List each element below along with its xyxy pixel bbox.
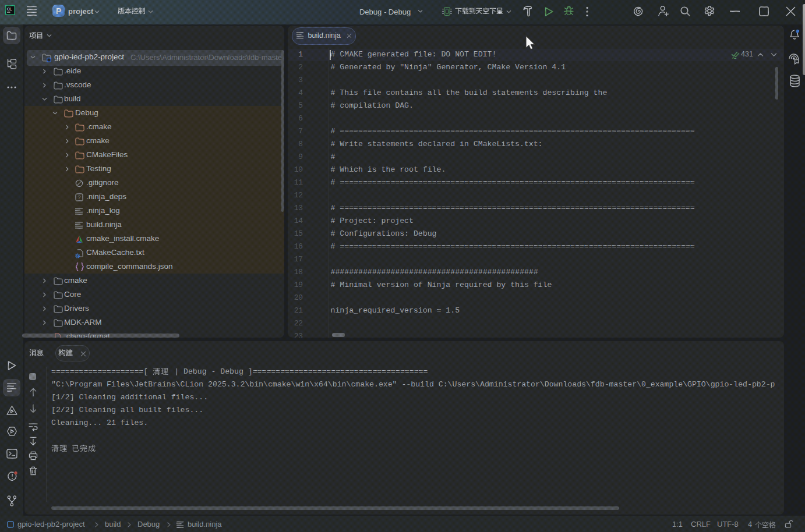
svg-text:CL: CL xyxy=(7,7,12,11)
svg-text:?: ? xyxy=(77,194,80,200)
